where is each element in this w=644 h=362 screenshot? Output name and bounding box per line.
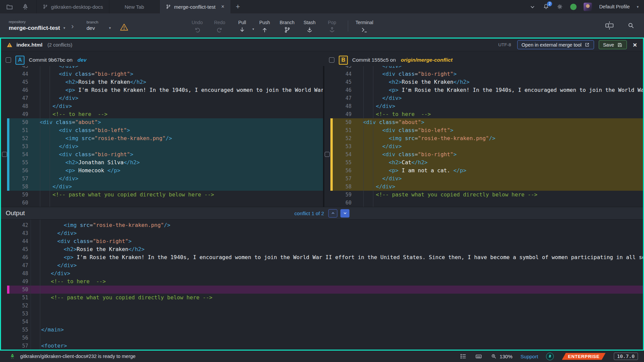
- line-number: 44: [1, 237, 33, 245]
- code-line-53: 53</div>: [1, 142, 323, 150]
- floppy-save-icon: [617, 42, 623, 48]
- code-line-43: 43</div>: [1, 229, 643, 237]
- tab-label: merge-conflict-test: [174, 4, 215, 10]
- rocket-icon[interactable]: [22, 3, 29, 10]
- code-line-47: 47</div>: [1, 261, 643, 269]
- split-view-icon[interactable]: [604, 21, 614, 30]
- line-number: 46: [1, 86, 33, 94]
- list-icon[interactable]: [460, 353, 467, 360]
- undo-button[interactable]: Undo: [186, 18, 208, 34]
- tab-new-tab[interactable]: New Tab: [109, 0, 159, 13]
- warning-icon[interactable]: [119, 23, 129, 32]
- code-line-42: 42<img src="rosie-the-kraken.png"/>: [1, 221, 643, 229]
- code-line-53: 53</div>: [324, 142, 643, 150]
- code-line-44: 44<div class="bio-right">: [1, 70, 323, 78]
- branch-button[interactable]: Branch: [276, 18, 298, 34]
- line-number: 48: [1, 269, 33, 278]
- pane-a-code[interactable]: 43</div>44<div class="bio-right">45<h2>R…: [1, 66, 323, 207]
- code-line-49: 49<!-- to here -->: [324, 110, 643, 118]
- code-line-60: 60: [324, 199, 643, 207]
- folder-icon[interactable]: [6, 3, 13, 10]
- code-line-46: 46<p> I'm Rosie the Kraken! In the 1940s…: [1, 253, 643, 261]
- tab-merge-conflict-test[interactable]: merge-conflict-test ×: [159, 0, 230, 13]
- code-line-48: 48</div>: [1, 102, 323, 110]
- tab-gitkraken-desktop-docs[interactable]: gitkraken-desktop-docs: [36, 0, 109, 13]
- line-number: 50: [1, 118, 33, 126]
- line-number: 59: [1, 191, 33, 199]
- close-editor-icon[interactable]: ×: [632, 41, 638, 49]
- code-line-56: 56: [1, 334, 643, 342]
- branch-label: branch: [87, 20, 111, 24]
- gutter-line: [31, 220, 31, 350]
- code-line-59: 59<!-- paste what you copied directly be…: [324, 191, 643, 199]
- conflict-count: (2 conflicts): [48, 42, 72, 48]
- redo-button[interactable]: Redo: [208, 18, 231, 34]
- keyboard-icon[interactable]: [475, 353, 483, 360]
- notifications-bell-icon[interactable]: 2: [543, 3, 549, 10]
- line-number: 57: [1, 175, 33, 183]
- gear-icon[interactable]: [556, 3, 563, 10]
- output-title: Output: [6, 209, 25, 217]
- stash-button[interactable]: Stash: [298, 18, 321, 34]
- next-conflict-button[interactable]: [340, 209, 350, 218]
- branch-icon: [43, 4, 48, 9]
- code-line-60: 60: [1, 199, 323, 207]
- previous-conflict-button[interactable]: [328, 209, 337, 218]
- tab-close-icon[interactable]: ×: [221, 4, 224, 10]
- pop-button[interactable]: Pop: [321, 18, 343, 34]
- code-line-48: 48</div>: [324, 102, 643, 110]
- new-tab-button[interactable]: +: [230, 0, 246, 13]
- kraken-icon[interactable]: [546, 353, 554, 360]
- pane-b-code[interactable]: 43</div>44<div class="bio-right">45<h2>R…: [324, 66, 643, 207]
- save-button[interactable]: Save: [599, 40, 627, 49]
- pull-button[interactable]: Pull ▾: [231, 18, 253, 34]
- code-line-43: 43</div>: [1, 66, 323, 70]
- line-number: 54: [1, 318, 33, 326]
- code-line-51: 51<!-- paste what you copied directly be…: [1, 294, 643, 302]
- profile-label[interactable]: Default Profile: [599, 4, 630, 9]
- code-line-51: 51<div class="bio-left">: [324, 126, 643, 134]
- line-number: 47: [1, 94, 33, 102]
- support-link[interactable]: Support: [521, 354, 538, 359]
- code-line-49: 49<!-- to here -->: [1, 278, 643, 286]
- branch-selector[interactable]: branch dev ▾: [77, 20, 111, 31]
- repository-selector[interactable]: repository merge-conflict-test ▾: [0, 20, 65, 32]
- code-line-46: 46<p> I'm Rosie the Kraken! In the 1940s…: [1, 86, 323, 94]
- code-line-54: 54<div class="bio-right">: [1, 150, 323, 159]
- code-line-57: 57</div>: [324, 175, 643, 183]
- repository-value: merge-conflict-test: [9, 25, 60, 32]
- avatar[interactable]: [584, 3, 592, 11]
- line-number: 58: [324, 183, 356, 191]
- zoom-control[interactable]: 130%: [491, 353, 512, 359]
- status-message[interactable]: gitkraken/gitkraken-client-docs#232 is r…: [20, 354, 136, 359]
- code-line-43: 43</div>: [324, 66, 643, 70]
- indent-guide: [373, 66, 373, 207]
- profile-caret-icon[interactable]: ▾: [637, 5, 639, 9]
- conflict-a-section-checkbox[interactable]: [2, 152, 7, 157]
- push-button[interactable]: Push: [253, 18, 276, 34]
- pane-a-ref: dev: [77, 57, 87, 63]
- pane-b-badge: B: [339, 56, 348, 65]
- pane-a-checkbox[interactable]: [6, 57, 11, 63]
- branch-caret-icon: ▾: [109, 26, 111, 30]
- indent-guide: [50, 66, 50, 207]
- conflict-b-section-checkbox[interactable]: [325, 152, 330, 157]
- open-external-merge-tool-button[interactable]: Open in external merge tool: [517, 40, 594, 49]
- tab-label: New Tab: [125, 4, 144, 10]
- pane-b-checkbox[interactable]: [329, 57, 334, 63]
- code-line-56: 56<p> Homecook </p>: [1, 167, 323, 175]
- line-number: 55: [1, 159, 33, 167]
- chevron-down-icon[interactable]: [529, 4, 536, 10]
- code-line-55: 55<h2>Jonathan Silva</h2>: [1, 159, 323, 167]
- conflict-navigator: conflict 1 of 2: [294, 209, 350, 218]
- indent-guide: [40, 220, 40, 350]
- output-code[interactable]: 41<div class="bio-left">42<img src="rosi…: [1, 220, 643, 350]
- conflict-filename: index.html: [16, 42, 43, 48]
- line-number: 51: [1, 294, 33, 302]
- search-icon[interactable]: [627, 22, 635, 29]
- terminal-button[interactable]: Terminal: [352, 18, 377, 34]
- line-number: 44: [1, 70, 33, 78]
- line-number: 43: [324, 66, 356, 70]
- line-number: 52: [324, 134, 356, 142]
- line-number: 47: [1, 261, 33, 269]
